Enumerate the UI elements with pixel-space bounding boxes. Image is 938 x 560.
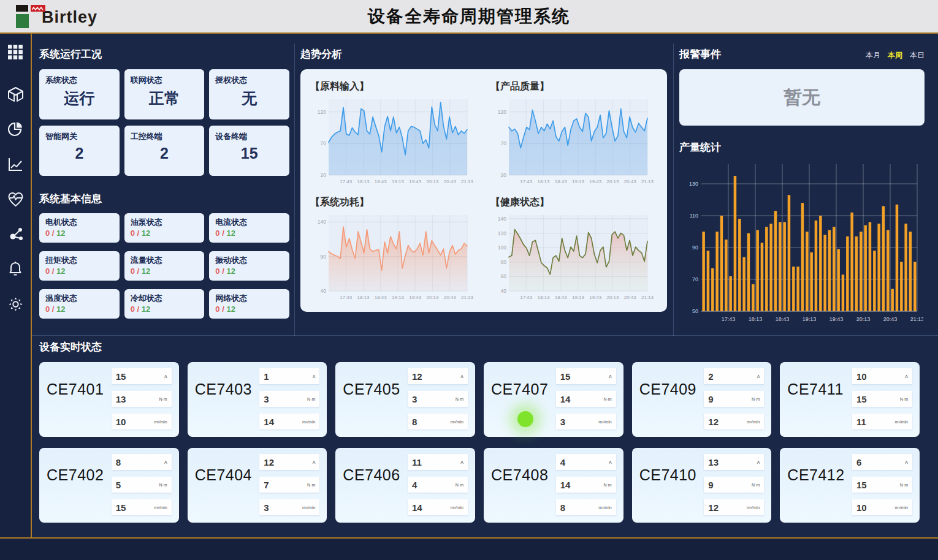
alarm-count: 0 / [45,267,56,276]
alarm-count: 0 / [131,305,142,314]
device-metrics: 2A9N·m12m³/min [704,368,764,431]
device-metrics: 1A3N·m14m³/min [259,368,319,431]
info-card-label: 振动状态 [215,255,283,266]
metric-unit: N·m [752,397,760,401]
device-card[interactable]: CE7411 10A15N·m11m³/min [780,362,920,437]
settings-gear-icon[interactable] [7,295,24,312]
metric-unit: m³/min [895,505,908,510]
info-card: 网络状态 0 / 12 [209,289,289,319]
metric-unit: N·m [456,397,463,401]
total-count: 12 [226,267,235,276]
svg-text:40: 40 [501,288,507,294]
svg-text:20:13: 20:13 [426,179,439,184]
metric-unit: m³/min [598,420,611,424]
svg-text:20:43: 20:43 [444,295,457,300]
total-count: 12 [226,305,235,314]
device-metric-row: 6A [852,454,912,470]
svg-text:19:13: 19:13 [572,295,585,300]
running-indicator-dot [517,411,533,427]
metric-value: 14 [560,480,571,490]
metric-value: 5 [116,480,121,490]
metric-unit: m³/min [154,420,167,424]
device-metric-row: 3N·m [408,391,468,407]
svg-text:20:43: 20:43 [444,179,457,184]
device-metrics: 4A14N·m8m³/min [556,454,616,516]
alarm-production-column: 报警事件 本月本周本日 暂无 产量统计 17:4318:1318:4319:13… [679,47,925,327]
device-metric-row: 9N·m [704,477,764,493]
info-card-counts: 0 / 12 [45,267,113,276]
metric-unit: A [460,460,463,464]
svg-text:70: 70 [321,140,327,146]
device-metric-row: 11A [408,454,468,470]
svg-text:20:13: 20:13 [426,295,439,300]
trend-chart-title: 【系统功耗】 [310,196,477,209]
device-card[interactable]: CE7407 15A14N·m3m³/min [484,362,623,437]
sidebar [0,34,32,537]
metric-value: 10 [116,417,126,427]
metric-value: 15 [116,371,126,382]
status-card: 设备终端 15 [209,126,289,176]
status-card-value: 正常 [131,88,199,108]
notifications-bell-icon[interactable] [7,260,24,278]
metric-value: 15 [856,480,867,490]
alarm-empty-state: 暂无 [679,69,925,126]
svg-text:19:13: 19:13 [392,295,405,300]
apps-grid-icon[interactable] [7,44,24,61]
trend-chart-title: 【健康状态】 [490,196,657,209]
line-chart-icon[interactable] [7,156,24,173]
metric-value: 12 [708,502,719,513]
trend-chart-plot: 207012017:4318:1318:4319:1319:4320:1320:… [490,94,657,190]
status-card-value: 2 [131,145,199,162]
alarm-tab[interactable]: 本日 [910,50,925,61]
device-card[interactable]: CE7412 6A15N·m10m³/min [780,448,920,523]
device-card[interactable]: CE7406 11A4N·m14m³/min [335,448,475,523]
column-divider [294,44,295,336]
metric-value: 3 [412,394,417,404]
info-card-counts: 0 / 12 [45,229,113,238]
info-card-label: 扭矩状态 [45,255,113,266]
svg-text:120: 120 [498,109,506,115]
info-card: 振动状态 0 / 12 [209,251,289,281]
metric-value: 12 [412,371,422,382]
device-card[interactable]: CE7410 13A9N·m12m³/min [632,448,772,523]
metric-unit: A [905,460,908,464]
trend-chart-plot: 40608010012014017:4318:1318:4319:1319:43… [490,210,657,306]
device-card[interactable]: CE7408 4A14N·m8m³/min [484,448,623,523]
metric-value: 3 [560,417,565,427]
metric-unit: m³/min [895,420,908,424]
cube-3d-icon[interactable] [7,86,24,103]
metric-unit: A [757,374,760,379]
device-metric-row: 12A [259,454,319,470]
pie-chart-icon[interactable] [7,121,24,138]
device-metrics: 13A9N·m12m³/min [704,454,764,516]
status-card-label: 授权状态 [215,75,283,86]
svg-text:19:43: 19:43 [589,179,602,184]
info-card-label: 冷却状态 [131,293,199,304]
trend-chart: 【原料输入】 207012017:4318:1318:4319:1319:432… [310,74,477,190]
app-header: Birtley 设备全寿命周期管理系统 [0,0,938,34]
svg-text:120: 120 [318,109,326,115]
info-card-counts: 0 / 12 [131,305,199,314]
svg-text:140: 140 [498,216,506,222]
info-card: 流量状态 0 / 12 [124,251,205,281]
alarm-tab[interactable]: 本月 [866,50,880,61]
footer-bar [0,539,938,560]
alarm-tab[interactable]: 本周 [888,50,902,61]
metric-value: 12 [708,417,719,427]
total-count: 12 [56,267,65,276]
device-metric-row: 15N·m [852,477,912,493]
trend-chart: 【产品质量】 207012017:4318:1318:4319:1319:432… [490,74,657,190]
metric-value: 9 [708,480,713,490]
health-monitor-icon[interactable] [7,191,24,208]
device-card[interactable]: CE7405 12A3N·m8m³/min [335,362,475,437]
device-card[interactable]: CE7402 8A5N·m15m³/min [39,448,179,523]
info-card: 电机状态 0 / 12 [39,213,120,243]
device-card[interactable]: CE7401 15A13N·m10m³/min [39,362,179,437]
device-card[interactable]: CE7404 12A7N·m3m³/min [188,448,327,523]
metric-unit: m³/min [302,420,315,424]
device-card[interactable]: CE7403 1A3N·m14m³/min [188,362,327,437]
svg-text:17:43: 17:43 [340,295,353,300]
device-metric-row: 11m³/min [852,414,912,429]
device-card[interactable]: CE7409 2A9N·m12m³/min [632,362,772,437]
topology-icon[interactable] [7,225,24,243]
